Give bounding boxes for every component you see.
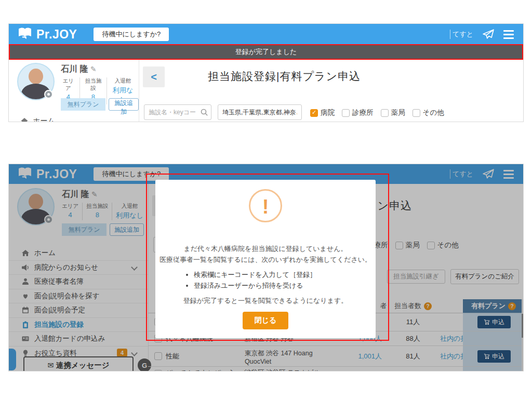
- page-title: 担当施設登録|有料プラン申込: [170, 69, 398, 84]
- stat-label: 担当施設: [84, 77, 103, 92]
- filter-clinic[interactable]: 診療所: [342, 108, 374, 117]
- toast-message: 登録が完了しました: [235, 47, 297, 57]
- filter-hospital[interactable]: 病院: [310, 108, 335, 117]
- user-name: 石川 隆: [61, 64, 88, 73]
- account-name[interactable]: てすと: [450, 30, 473, 39]
- app-header: Pr.JOY 待機中にしますか? てすと: [9, 24, 523, 45]
- send-plane-icon[interactable]: [483, 29, 494, 39]
- alert-exclamation-icon: !: [249, 189, 282, 222]
- filter-pharmacy[interactable]: 薬局: [381, 108, 405, 117]
- hamburger-menu-icon[interactable]: [503, 30, 514, 39]
- checkbox[interactable]: [381, 109, 389, 117]
- screen-bottom: Pr.JOY 待機中にしますか? てすと 石川 隆 ✎ エリア4 担当施設8 入…: [8, 164, 524, 371]
- screen-top: Pr.JOY 待機中にしますか? てすと 登録が完了しました 石川 隆 ✎ エリ…: [8, 23, 524, 122]
- filter-other[interactable]: その他: [413, 108, 444, 117]
- warning-modal: ! まだ代々木八幡病院を担当施設に登録していません。 医療従事者一覧を閲覧するに…: [155, 180, 376, 338]
- modal-note: 登録が完了すると一覧を閲覧できるようになります。: [155, 295, 376, 306]
- back-button[interactable]: <: [143, 66, 165, 87]
- search-icon[interactable]: [200, 108, 208, 116]
- stat-label: 入退館: [111, 77, 135, 85]
- camera-icon[interactable]: [44, 90, 53, 99]
- book-logo-icon: [17, 27, 33, 42]
- search-row: 病院 診療所 薬局 その他: [139, 104, 523, 121]
- checkbox[interactable]: [413, 109, 420, 117]
- checkbox[interactable]: [310, 109, 318, 117]
- plan-chip: 無料プラン: [61, 98, 105, 111]
- profile-panel: 石川 隆 ✎ エリア4 担当施設8 入退館利用なし 無料プラン 施設追加 ホーム: [9, 59, 139, 122]
- modal-bullet: 検索欄にキーコードを入力して［登録］: [194, 270, 350, 281]
- logo-text: Pr.JOY: [36, 28, 77, 42]
- modal-bullet: 登録済みユーザーから招待を受ける: [194, 281, 350, 291]
- home-icon: [20, 117, 29, 122]
- toast-bar: 登録が完了しました: [9, 45, 523, 59]
- modal-bullet-list: 検索欄にキーコードを入力して［登録］ 登録済みユーザーから招待を受ける: [181, 270, 350, 291]
- prjoy-logo[interactable]: Pr.JOY: [17, 27, 77, 42]
- prefecture-input[interactable]: [218, 104, 302, 120]
- modal-line2: 医療従事者一覧を閲覧するには、次のいずれかを実施してください。: [155, 254, 376, 265]
- standby-button[interactable]: 待機中にしますか?: [94, 28, 169, 41]
- close-button[interactable]: 閉じる: [243, 312, 288, 329]
- add-facility-button[interactable]: 施設追加: [109, 98, 139, 111]
- modal-line1: まだ代々木八幡病院を担当施設に登録していません。: [155, 243, 376, 254]
- edit-pencil-icon[interactable]: ✎: [90, 65, 97, 73]
- stat-label: エリア: [61, 77, 76, 92]
- checkbox[interactable]: [342, 109, 350, 117]
- sidebar-item-label: ホーム: [33, 116, 55, 122]
- sidebar-item-home[interactable]: ホーム: [20, 116, 55, 122]
